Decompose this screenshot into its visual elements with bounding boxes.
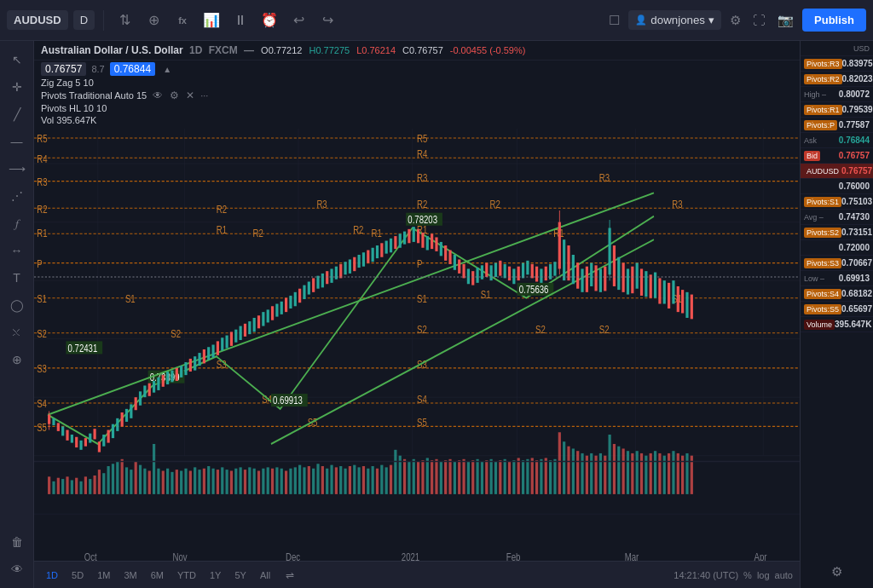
svg-rect-185	[526, 261, 529, 274]
svg-rect-272	[262, 469, 264, 494]
text-tool[interactable]: T	[5, 266, 29, 290]
log-btn[interactable]: log	[757, 570, 770, 580]
svg-rect-218	[668, 283, 670, 308]
svg-rect-270	[253, 469, 256, 494]
publish-btn[interactable]: Publish	[802, 9, 866, 32]
svg-rect-168	[448, 251, 451, 264]
svg-rect-98	[130, 404, 132, 418]
pivots-close-icon[interactable]: ✕	[186, 89, 194, 101]
eye-tool[interactable]: 👁	[5, 557, 29, 581]
svg-rect-85	[71, 435, 73, 443]
ray-tool[interactable]: ⟶	[5, 157, 29, 181]
hline-tool[interactable]: —	[5, 130, 29, 153]
svg-rect-91	[98, 441, 101, 452]
pl-s3-tag: Pivots:S3	[804, 258, 841, 268]
pivots-more-icon[interactable]: ···	[200, 90, 208, 101]
svg-rect-273	[267, 467, 269, 494]
pl-audusd-val: 0.76757	[841, 166, 872, 176]
pivots-gear-icon[interactable]: ⚙	[170, 89, 179, 101]
svg-rect-323	[494, 462, 497, 494]
svg-rect-212	[640, 268, 643, 296]
svg-rect-245	[139, 465, 142, 494]
tf-1m[interactable]: 1M	[92, 568, 115, 583]
chart-svg[interactable]: R5 R4 R3 R2 P S1 S2 S3 S4 S5 R1 R5 R4 R3…	[34, 129, 800, 561]
svg-rect-211	[636, 263, 639, 289]
settings-btn[interactable]: ⚙	[726, 9, 744, 32]
magnet-tool[interactable]: ⊕	[5, 348, 29, 372]
channel-tool[interactable]: ⋰	[5, 184, 29, 208]
svg-rect-171	[462, 264, 465, 278]
back-btn[interactable]: ↩	[286, 9, 310, 32]
fwd-btn[interactable]: ↪	[315, 9, 339, 32]
svg-text:R3: R3	[37, 176, 47, 187]
pl-76000-val: 0.76000	[839, 182, 870, 191]
svg-rect-95	[116, 418, 119, 431]
pivots-eye-icon[interactable]: 👁	[153, 89, 163, 101]
shape-tool[interactable]: ◯	[5, 293, 29, 317]
percent-btn[interactable]: %	[743, 570, 752, 580]
svg-rect-120	[230, 331, 233, 345]
chart-type-btn[interactable]: 📊	[199, 9, 223, 32]
svg-rect-340	[572, 448, 575, 493]
replay-btn[interactable]: ⏸	[228, 9, 252, 32]
layout-btn[interactable]: ☐	[605, 9, 623, 32]
tf-6m[interactable]: 6M	[146, 568, 169, 583]
add-indicator-btn[interactable]: ⊕	[142, 9, 165, 32]
tf-3m[interactable]: 3M	[119, 568, 142, 583]
fib-tool[interactable]: 𝑓	[5, 211, 29, 235]
svg-rect-161	[417, 229, 419, 243]
fullscreen-btn[interactable]: ⛶	[749, 9, 769, 31]
crosshair-tool[interactable]: ✛	[5, 75, 29, 99]
alert-btn[interactable]: ⏰	[257, 9, 281, 32]
svg-rect-275	[275, 467, 278, 494]
pl-s4-val: 0.68182	[841, 289, 872, 298]
tf-5y[interactable]: 5Y	[229, 568, 251, 583]
svg-rect-102	[148, 383, 151, 396]
svg-rect-138	[312, 278, 315, 291]
pl-r1-tag: Pivots:R1	[804, 105, 842, 115]
cursor-tool[interactable]: ↖	[5, 48, 29, 72]
chart-svg-area[interactable]: R5 R4 R3 R2 P S1 S2 S3 S4 S5 R1 R5 R4 R3…	[34, 129, 800, 561]
svg-rect-293	[358, 467, 361, 494]
svg-rect-99	[135, 397, 137, 410]
compare-chart-btn[interactable]: ⇌	[282, 566, 298, 585]
pl-ask-val: 0.76844	[839, 135, 870, 145]
delete-tool[interactable]: 🗑	[5, 530, 29, 554]
tf-5d[interactable]: 5D	[66, 568, 89, 583]
measure-tool[interactable]: ↔	[5, 239, 29, 262]
compare-btn[interactable]: ⇅	[113, 9, 136, 32]
tf-ytd[interactable]: YTD	[172, 568, 201, 583]
svg-rect-196	[572, 255, 575, 284]
tf-all[interactable]: All	[255, 568, 275, 583]
snapshot-btn[interactable]: 📷	[774, 9, 797, 32]
svg-rect-182	[512, 268, 515, 284]
svg-rect-300	[390, 465, 392, 494]
pl-r3-val: 0.83975	[842, 59, 873, 68]
svg-rect-103	[153, 381, 155, 393]
pl-audusd[interactable]: AUDUSD 0.76757	[801, 164, 873, 179]
fx-btn[interactable]: fx	[171, 9, 194, 32]
chart-info-bar: Australian Dollar / U.S. Dollar 1D FXCM …	[34, 41, 800, 61]
auto-btn[interactable]: auto	[775, 570, 793, 580]
svg-rect-329	[522, 460, 524, 494]
settings-gear-icon[interactable]: ⚙	[828, 561, 846, 583]
chevron-up-btn[interactable]: ▲	[160, 62, 174, 76]
pattern-tool[interactable]: ⛌	[5, 320, 29, 344]
svg-text:S1: S1	[481, 289, 491, 300]
svg-rect-213	[645, 271, 647, 297]
tf-1d[interactable]: 1D	[41, 568, 63, 583]
svg-rect-184	[522, 263, 524, 279]
svg-text:0.69913: 0.69913	[273, 395, 303, 406]
user-btn[interactable]: 👤 downjones ▾	[628, 10, 721, 30]
svg-rect-229	[66, 476, 68, 494]
pl-avg: Avg – 0.74730	[801, 210, 873, 225]
tf-1y[interactable]: 1Y	[205, 568, 226, 583]
svg-rect-286	[326, 469, 328, 494]
symbol-badge[interactable]: AUDUSD	[7, 10, 68, 30]
svg-rect-312	[444, 460, 447, 494]
line-tool[interactable]: ╱	[5, 102, 29, 126]
svg-rect-238	[107, 466, 110, 494]
svg-rect-262	[217, 470, 219, 494]
timeframe-badge[interactable]: D	[73, 10, 95, 30]
pl-s5-tag: Pivots:S5	[804, 304, 841, 314]
